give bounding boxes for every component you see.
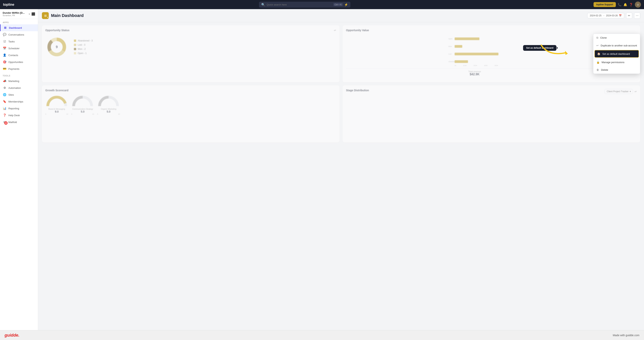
search-shortcut: Ctrl + K bbox=[334, 3, 343, 6]
sidebar-item-label: Marketing bbox=[8, 80, 19, 83]
sidebar-item-marketing[interactable]: 📣 Marketing bbox=[0, 78, 38, 84]
sidebar-item-label: Memberships bbox=[8, 100, 23, 103]
sites-icon: 🌐 bbox=[3, 93, 6, 96]
sidebar-item-contacts[interactable]: 👤 Contacts bbox=[0, 52, 38, 59]
topnav-right: topline Support 📞 🔔 ❓ U bbox=[594, 1, 641, 7]
memberships-icon: 🔖 bbox=[3, 100, 6, 103]
search-icon: 🔍 bbox=[261, 3, 265, 6]
search-bar[interactable]: 🔍 Ctrl + K ⚡ bbox=[259, 2, 350, 7]
dropdown-item-set-default[interactable]: 🏠 Set as default dashboard bbox=[594, 50, 639, 58]
dropdown-item-label-duplicate: Duplicate to another sub-account bbox=[600, 44, 637, 47]
dashboard-header-right: 2024-02-25 → 2024-03-26 📅 ✏ ⋯ bbox=[587, 12, 640, 19]
sidebar-item-mailfold[interactable]: ✉ Mailfold 12 bbox=[0, 119, 38, 126]
dropdown-item-label-clone: Clone bbox=[600, 36, 607, 39]
chevron-down-icon: ▾ bbox=[29, 13, 30, 15]
sidebar-item-label: Mailfold bbox=[8, 121, 17, 124]
sidebar-item-payments[interactable]: 💳 Payments bbox=[0, 65, 38, 72]
tools-section-label: Tools bbox=[0, 72, 38, 78]
sidebar-item-conversations[interactable]: 💬 Conversations bbox=[0, 31, 38, 38]
sidebar-item-helpdesk[interactable]: ❓ Help Desk bbox=[0, 112, 38, 119]
trash-icon: 🗑 bbox=[596, 68, 599, 71]
reporting-icon: 📊 bbox=[3, 107, 6, 110]
sidebar-item-label: Tasks bbox=[8, 40, 15, 43]
calendar-icon: 📅 bbox=[619, 14, 622, 17]
main-content: ⊞ ▾ Main Dashboard 2024-02-25 → 2024-03-… bbox=[38, 9, 644, 340]
sidebar-item-label: Help Desk bbox=[8, 114, 20, 117]
dash-chevron-icon: ▾ bbox=[47, 16, 48, 19]
dashboard-icon: ⊞ bbox=[3, 26, 7, 29]
date-range-picker[interactable]: 2024-02-25 → 2024-03-26 📅 bbox=[587, 13, 624, 18]
guidde-logo: guidde. bbox=[4, 333, 20, 338]
edit-button[interactable]: ✏ bbox=[626, 12, 632, 19]
sidebar: Dunder Mifflin [D... Scranton, PA ▾ ⬛ Ap… bbox=[0, 9, 38, 340]
mailfold-badge: 12 bbox=[4, 121, 8, 125]
avatar[interactable]: U bbox=[635, 1, 641, 7]
conversations-icon: 💬 bbox=[3, 33, 6, 36]
dropdown-item-manage-permissions[interactable]: 🔒 Manage permissions bbox=[593, 58, 640, 66]
sidebar-item-automation[interactable]: ⚙ Automation bbox=[0, 84, 38, 91]
duplicate-icon: ↩ bbox=[596, 44, 599, 47]
guidde-footer: guidde. Made with guidde.com bbox=[0, 330, 644, 340]
phone-icon[interactable]: 📞 bbox=[618, 3, 622, 6]
sidebar-item-reporting[interactable]: 📊 Reporting bbox=[0, 105, 38, 112]
tasks-icon: ☑ bbox=[3, 40, 6, 43]
sidebar-item-tasks[interactable]: ☑ Tasks bbox=[0, 38, 38, 45]
workspace-selector[interactable]: Dunder Mifflin [D... Scranton, PA ▾ ⬛ bbox=[0, 9, 38, 19]
apps-section-label: Apps bbox=[0, 19, 38, 24]
bell-icon[interactable]: 🔔 bbox=[624, 3, 627, 6]
workspace-name: Dunder Mifflin [D... bbox=[3, 11, 25, 14]
dashboard-header: ⊞ ▾ Main Dashboard 2024-02-25 → 2024-03-… bbox=[38, 9, 644, 22]
date-to: 2024-03-26 bbox=[606, 14, 618, 17]
sidebar-item-label: Contacts bbox=[8, 54, 18, 57]
sidebar-item-opportunities[interactable]: 🎯 Opportunities bbox=[0, 59, 38, 65]
help-icon[interactable]: ❓ bbox=[629, 3, 633, 6]
automation-icon: ⚙ bbox=[3, 86, 6, 90]
dropdown-item-label-delete: Delete bbox=[601, 68, 608, 71]
sidebar-item-label: Sites bbox=[8, 93, 14, 96]
sidebar-toggle-icon[interactable]: ⬛ bbox=[32, 12, 35, 16]
app-logo: topline bbox=[3, 3, 14, 7]
more-options-button[interactable]: ⋯ bbox=[634, 12, 640, 19]
sidebar-item-memberships[interactable]: 🔖 Memberships bbox=[0, 98, 38, 105]
dashboard-content: Opportunity Status ⇌ bbox=[38, 22, 644, 340]
home-icon: 🏠 bbox=[597, 52, 600, 55]
dashboard-icon-btn[interactable]: ⊞ ▾ bbox=[42, 12, 49, 19]
tooltip-bubble: Set as default dashboard bbox=[523, 45, 556, 51]
opportunities-icon: 🎯 bbox=[3, 60, 6, 64]
lightning-icon[interactable]: ⚡ bbox=[344, 3, 348, 6]
sidebar-item-label: Opportunities bbox=[8, 61, 23, 63]
lock-icon: 🔒 bbox=[596, 61, 600, 64]
sidebar-item-label: Reporting bbox=[8, 107, 19, 110]
payments-icon: 💳 bbox=[3, 67, 6, 71]
support-button[interactable]: topline Support bbox=[594, 2, 616, 7]
sidebar-item-label: Payments bbox=[8, 67, 20, 70]
page-title: Main Dashboard bbox=[51, 13, 84, 18]
sidebar-item-scheduler[interactable]: 📅 Scheduler bbox=[0, 45, 38, 52]
dropdown-item-clone[interactable]: ⧉ Clone bbox=[593, 34, 640, 42]
sidebar-item-label: Conversations bbox=[8, 33, 24, 36]
app-layout: Dunder Mifflin [D... Scranton, PA ▾ ⬛ Ap… bbox=[0, 0, 644, 340]
sidebar-item-sites[interactable]: 🌐 Sites bbox=[0, 91, 38, 98]
dropdown-item-delete[interactable]: 🗑 Delete bbox=[593, 66, 640, 74]
guidde-tagline: Made with guidde.com bbox=[613, 334, 640, 337]
sidebar-item-label: Dashboard bbox=[9, 26, 22, 29]
contacts-icon: 👤 bbox=[3, 53, 6, 57]
clone-icon: ⧉ bbox=[596, 36, 598, 39]
date-from: 2024-02-25 bbox=[590, 14, 601, 17]
search-input[interactable] bbox=[266, 3, 332, 6]
sidebar-item-dashboard[interactable]: ⊞ Dashboard bbox=[0, 24, 38, 31]
dropdown-item-label-permissions: Manage permissions bbox=[602, 61, 624, 64]
helpdesk-icon: ❓ bbox=[3, 114, 6, 117]
scheduler-icon: 📅 bbox=[3, 47, 6, 50]
blur-overlay bbox=[38, 22, 644, 340]
dropdown-menu: ⧉ Clone ↩ Duplicate to another sub-accou… bbox=[593, 34, 640, 74]
arrow-right-icon: → bbox=[603, 14, 605, 17]
top-navigation: topline 🔍 Ctrl + K ⚡ topline Support 📞 🔔… bbox=[0, 0, 644, 9]
sidebar-item-label: Scheduler bbox=[8, 47, 20, 50]
marketing-icon: 📣 bbox=[3, 79, 6, 83]
workspace-sub: Scranton, PA bbox=[3, 14, 25, 16]
dropdown-item-label-set-default: Set as default dashboard bbox=[602, 52, 630, 55]
dropdown-item-duplicate[interactable]: ↩ Duplicate to another sub-account bbox=[593, 42, 640, 49]
sidebar-item-label: Automation bbox=[8, 87, 21, 89]
